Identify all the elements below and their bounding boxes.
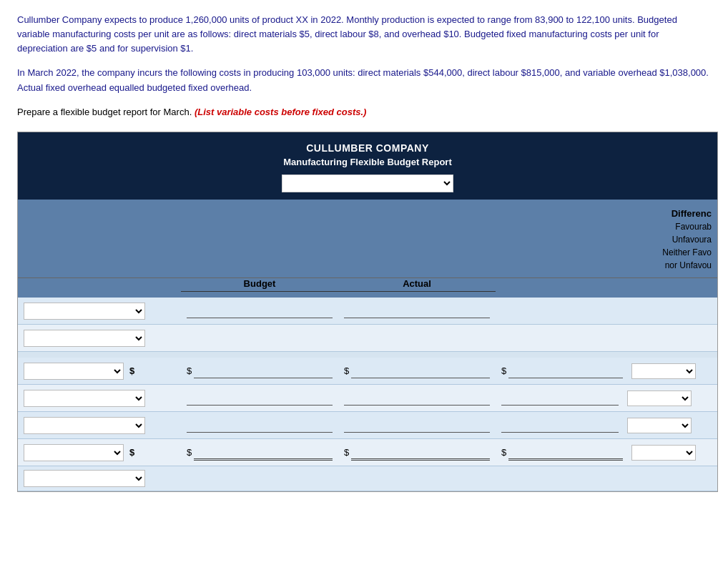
row4-actual-input[interactable] — [344, 390, 490, 406]
row6-budget-dollar: $ — [187, 447, 192, 458]
row4-diff-select-cell: Favourable Unfavourable Neither — [624, 390, 696, 406]
row5-label-select[interactable] — [24, 417, 145, 434]
row3-label-select[interactable] — [24, 363, 124, 380]
row4-label-cell — [24, 390, 181, 407]
row4-budget-cell — [181, 390, 338, 406]
neither-favou-option: Neither Favo — [662, 246, 712, 259]
row6-diff-select[interactable]: Favourable Unfavourable Neither — [631, 445, 696, 461]
row5-label-cell — [24, 417, 181, 434]
row1-actual-input-cell — [338, 303, 496, 318]
report-title: Manufacturing Flexible Budget Report — [25, 157, 710, 167]
row4-diff-cell — [496, 390, 624, 406]
row6-actual-dollar: $ — [344, 447, 349, 458]
row4-budget-input[interactable] — [187, 390, 333, 406]
table-row: $ $ $ $ Favourable — [18, 358, 717, 385]
row4-diff-select[interactable]: Favourable Unfavourable Neither — [627, 390, 692, 406]
table-row: Favourable Unfavourable Neither — [18, 412, 717, 439]
report-header: CULLUMBER COMPANY Manufacturing Flexible… — [18, 132, 717, 200]
table-row — [18, 325, 717, 352]
row5-diff-input[interactable] — [501, 418, 619, 433]
row5-diff-cell — [496, 418, 624, 433]
favourable-option: Favourab — [675, 220, 712, 233]
row6-dollar-label: $ — [129, 447, 134, 458]
row7-label-select[interactable] — [24, 470, 145, 487]
row6-actual-input[interactable] — [351, 444, 490, 461]
company-name: CULLUMBER COMPANY — [25, 142, 710, 154]
actual-col-label: Actual — [338, 278, 496, 292]
row1-budget-input-cell — [181, 303, 338, 318]
row3-actual-cell: $ — [338, 363, 496, 378]
row1-budget-input[interactable] — [187, 303, 333, 318]
row3-diff-cell: $ — [496, 363, 629, 378]
row3-diff-input[interactable] — [508, 363, 623, 378]
row3-diff-select-cell: Favourable Unfavourable Neither — [629, 363, 700, 379]
prepare-highlight: (List variable costs before fixed costs.… — [195, 107, 367, 117]
col-headers-section: Differenc Favourab Unfavoura Neither Fav… — [18, 200, 717, 298]
row3-budget-input[interactable] — [194, 363, 333, 378]
row5-diff-select[interactable]: Favourable Unfavourable Neither — [627, 418, 692, 433]
prepare-text: Prepare a flexible budget report for Mar… — [17, 105, 711, 119]
table-row — [18, 298, 717, 325]
row3-diff-select[interactable]: Favourable Unfavourable Neither — [631, 363, 696, 379]
difference-label: Differenc — [619, 208, 712, 219]
row3-label-cell: $ — [24, 363, 181, 380]
row4-actual-cell — [338, 390, 496, 406]
month-dropdown-row: January February March — [25, 175, 710, 192]
table-row: $ $ $ $ Favourable — [18, 439, 717, 466]
row5-actual-input[interactable] — [344, 418, 490, 433]
spacer-row — [18, 352, 717, 358]
row6-budget-cell: $ — [181, 444, 338, 461]
row1-actual-input[interactable] — [344, 303, 490, 318]
row6-label-cell: $ — [24, 444, 181, 461]
nor-unfavou-option: nor Unfavou — [665, 259, 712, 272]
row2-label-select[interactable] — [24, 330, 145, 347]
row5-diff-select-cell: Favourable Unfavourable Neither — [624, 418, 696, 433]
row7-label-cell — [24, 470, 181, 487]
page-content: Cullumber Company expects to produce 1,2… — [0, 0, 728, 499]
row3-diff-dollar: $ — [501, 365, 506, 376]
row3-actual-dollar: $ — [344, 365, 349, 376]
data-rows: $ $ $ $ Favourable — [18, 298, 717, 491]
row3-budget-dollar: $ — [187, 365, 192, 376]
row1-label-select[interactable] — [24, 303, 145, 320]
row3-actual-input[interactable] — [351, 363, 490, 378]
row4-diff-input[interactable] — [501, 390, 619, 406]
intro-paragraph2: In March 2022, the company incurs the fo… — [17, 66, 711, 94]
row6-diff-cell: $ — [496, 444, 629, 461]
intro-paragraph1: Cullumber Company expects to produce 1,2… — [17, 13, 711, 56]
row3-budget-cell: $ — [181, 363, 338, 378]
row4-label-select[interactable] — [24, 390, 145, 407]
row6-diff-select-cell: Favourable Unfavourable Neither — [629, 445, 700, 461]
row5-budget-input[interactable] — [187, 418, 333, 433]
row6-label-select[interactable] — [24, 444, 124, 461]
row6-diff-dollar: $ — [501, 447, 506, 458]
row5-budget-cell — [181, 418, 338, 433]
report-container: CULLUMBER COMPANY Manufacturing Flexible… — [17, 132, 718, 492]
row6-diff-input[interactable] — [508, 444, 623, 461]
table-row: Favourable Unfavourable Neither — [18, 385, 717, 412]
budget-col-label: Budget — [181, 278, 338, 292]
prepare-prefix: Prepare a flexible budget report for Mar… — [17, 107, 192, 117]
row6-budget-input[interactable] — [194, 444, 333, 461]
table-row — [18, 466, 717, 491]
row6-actual-cell: $ — [338, 444, 496, 461]
row2-label-cell — [24, 330, 181, 347]
month-select[interactable]: January February March — [282, 175, 453, 192]
row1-label-cell — [24, 303, 181, 320]
row5-actual-cell — [338, 418, 496, 433]
unfavourable-option: Unfavoura — [672, 233, 712, 246]
row3-dollar-budget: $ — [129, 365, 134, 376]
